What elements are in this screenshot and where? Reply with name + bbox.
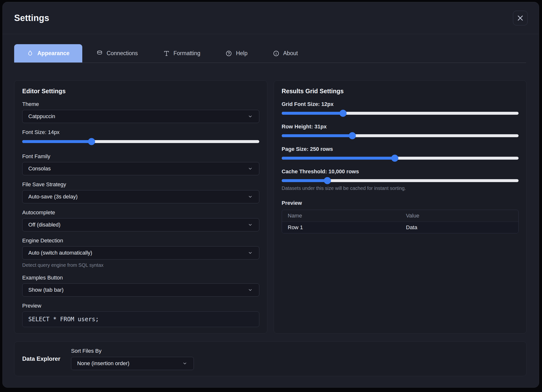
field-label: Theme: [22, 101, 259, 107]
table-header-row: Name Value: [282, 210, 519, 222]
font-size-slider[interactable]: [22, 140, 259, 143]
preview-table: Name Value Row 1 Data: [282, 210, 519, 233]
slider-fill: [282, 112, 343, 115]
slider-fill: [282, 179, 327, 182]
select-value: Consolas: [28, 165, 51, 172]
type-icon: [163, 50, 170, 57]
file-save-strategy-select[interactable]: Auto-save (3s delay): [22, 190, 259, 203]
select-value: Auto-save (3s delay): [28, 194, 78, 200]
section-title: Results Grid Settings: [282, 87, 519, 95]
preview-label: Preview: [282, 200, 519, 206]
settings-dialog: Settings Appearance: [2, 2, 539, 388]
database-icon: [96, 50, 103, 57]
slider-thumb[interactable]: [88, 138, 95, 145]
theme-select[interactable]: Catppuccin: [22, 110, 259, 123]
section-title: Editor Settings: [22, 87, 259, 95]
slider-label: Page Size: 250 rows: [282, 146, 519, 152]
autocomplete-select[interactable]: Off (disabled): [22, 218, 259, 231]
code-preview: SELECT * FROM users;: [22, 311, 259, 327]
tab-help[interactable]: Help: [214, 44, 259, 62]
chevron-down-icon: [248, 194, 253, 199]
field-label: Autocomplete: [22, 209, 259, 216]
engine-caption: Detect query engine from SQL syntax: [22, 262, 259, 268]
slider-label: Row Height: 31px: [282, 124, 519, 130]
slider-thumb[interactable]: [339, 110, 346, 117]
grid-font-size-slider[interactable]: [282, 112, 519, 115]
engine-detection-select[interactable]: Auto (switch automatically): [22, 246, 259, 259]
screen: Settings Appearance: [0, 0, 542, 392]
slider-fill: [282, 134, 352, 137]
slider-thumb[interactable]: [324, 177, 331, 184]
slider-label: Cache Threshold: 10,000 rows: [282, 168, 519, 175]
table-cell: Data: [400, 222, 518, 233]
dialog-header: Settings: [3, 2, 539, 34]
field-label: Sort Files By: [71, 348, 194, 354]
column-header: Name: [282, 210, 400, 222]
chevron-down-icon: [248, 250, 253, 255]
slider-fill: [282, 157, 395, 160]
field-label: Examples Button: [22, 275, 259, 281]
close-button[interactable]: [513, 11, 528, 25]
font-family-select[interactable]: Consolas: [22, 162, 259, 175]
tab-formatting[interactable]: Formatting: [152, 44, 212, 62]
cache-caption: Datasets under this size will be cached …: [282, 186, 519, 191]
engine-detection-field: Engine Detection Auto (switch automatica…: [22, 237, 259, 268]
select-value: None (insertion order): [77, 360, 129, 367]
theme-field: Theme Catppuccin: [22, 101, 259, 123]
cache-threshold-group: Cache Threshold: 10,000 rows Datasets un…: [282, 168, 519, 191]
page-title: Settings: [14, 13, 49, 23]
tab-connections[interactable]: Connections: [85, 44, 149, 62]
examples-button-select[interactable]: Show (tab bar): [22, 283, 259, 297]
panel-title: Data Explorer: [22, 355, 60, 362]
font-family-field: Font Family Consolas: [22, 153, 259, 175]
code-text: SELECT * FROM users;: [28, 316, 99, 323]
results-grid-panel: Results Grid Settings Grid Font Size: 12…: [274, 80, 527, 334]
tab-label: Help: [236, 50, 247, 57]
field-label: Engine Detection: [22, 237, 259, 244]
slider-label: Font Size: 14px: [22, 129, 259, 135]
preview-label: Preview: [22, 303, 259, 309]
close-icon: [517, 14, 524, 22]
slider-thumb[interactable]: [349, 132, 356, 139]
cache-threshold-slider[interactable]: [282, 179, 519, 182]
chevron-down-icon: [248, 288, 253, 292]
chevron-down-icon: [182, 361, 187, 366]
tab-bar: Appearance Connections: [14, 44, 526, 63]
examples-button-field: Examples Button Show (tab bar): [22, 275, 259, 297]
select-value: Off (disabled): [28, 222, 61, 228]
font-size-group: Font Size: 14px: [22, 129, 259, 143]
column-header: Value: [400, 210, 518, 222]
sort-files-select[interactable]: None (insertion order): [71, 357, 194, 370]
slider-thumb[interactable]: [391, 155, 398, 162]
tab-label: Appearance: [37, 50, 70, 57]
field-label: File Save Strategy: [22, 181, 259, 188]
grid-font-size-group: Grid Font Size: 12px: [282, 101, 519, 115]
table-row: Row 1 Data: [282, 222, 519, 233]
row-height-slider[interactable]: [282, 134, 519, 137]
page-size-slider[interactable]: [282, 157, 519, 160]
file-save-field: File Save Strategy Auto-save (3s delay): [22, 181, 259, 203]
chevron-down-icon: [248, 114, 253, 119]
slider-label: Grid Font Size: 12px: [282, 101, 519, 107]
editor-settings-panel: Editor Settings Theme Catppuccin Font Si…: [14, 80, 267, 334]
select-value: Auto (switch automatically): [28, 250, 92, 256]
chevron-down-icon: [248, 222, 253, 227]
page-size-group: Page Size: 250 rows: [282, 146, 519, 160]
tab-label: Connections: [107, 50, 138, 57]
table-cell: Row 1: [282, 222, 400, 233]
autocomplete-field: Autocomplete Off (disabled): [22, 209, 259, 231]
chevron-down-icon: [248, 166, 253, 171]
tab-appearance[interactable]: Appearance: [14, 44, 82, 62]
row-height-group: Row Height: 31px: [282, 124, 519, 137]
help-circle-icon: [226, 50, 232, 57]
data-explorer-panel: Data Explorer Sort Files By None (insert…: [14, 341, 527, 376]
tab-about[interactable]: About: [262, 44, 309, 62]
slider-fill: [22, 140, 92, 143]
select-value: Catppuccin: [28, 113, 55, 120]
droplet-icon: [27, 50, 33, 57]
editor-preview: Preview SELECT * FROM users;: [22, 303, 259, 327]
info-circle-icon: [273, 50, 279, 57]
tab-label: About: [283, 50, 298, 57]
field-label: Font Family: [22, 153, 259, 160]
settings-content: Editor Settings Theme Catppuccin Font Si…: [14, 80, 527, 334]
